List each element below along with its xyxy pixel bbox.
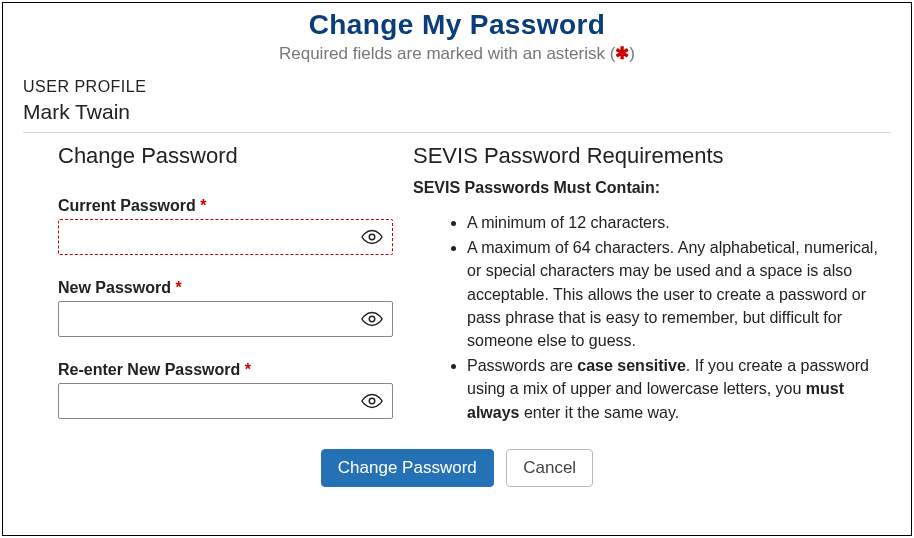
required-marker: * [240,361,251,378]
requirement-item: A maximum of 64 characters. Any alphabet… [467,236,891,352]
current-password-label-text: Current Password [58,197,196,214]
asterisk-icon: ✱ [615,44,629,63]
svg-point-1 [369,316,375,322]
requirements-heading: SEVIS Password Requirements [413,143,891,169]
new-password-label-text: New Password [58,279,171,296]
requirement-item: A minimum of 12 characters. [467,211,891,234]
new-password-label: New Password * [58,279,413,297]
user-profile-label: USER PROFILE [23,78,891,96]
form-column: Change Password Current Password * New P… [23,143,413,443]
req-text: Passwords are [467,357,577,374]
user-profile-name: Mark Twain [23,100,891,124]
requirements-column: SEVIS Password Requirements SEVIS Passwo… [413,143,891,443]
new-password-input[interactable] [58,301,393,337]
required-note-prefix: Required fields are marked with an aster… [279,44,615,63]
current-password-input[interactable] [58,219,393,255]
new-password-field-wrap [58,301,393,337]
change-password-button[interactable]: Change Password [321,449,494,487]
requirements-list: A minimum of 12 characters. A maximum of… [413,211,891,424]
change-password-page: Change My Password Required fields are m… [2,2,912,536]
button-row: Change Password Cancel [23,449,891,487]
eye-icon[interactable] [361,390,383,412]
requirement-item: Passwords are case sensitive. If you cre… [467,354,891,424]
required-marker: * [196,197,207,214]
req-text: enter it the same way. [519,404,679,421]
svg-point-0 [369,234,375,240]
current-password-field-wrap [58,219,393,255]
current-password-label: Current Password * [58,197,413,215]
svg-point-2 [369,398,375,404]
required-marker: * [171,279,182,296]
reenter-password-label: Re-enter New Password * [58,361,413,379]
eye-icon[interactable] [361,226,383,248]
eye-icon[interactable] [361,308,383,330]
content-columns: Change Password Current Password * New P… [23,143,891,443]
req-strong: case sensitive [577,357,686,374]
reenter-password-input[interactable] [58,383,393,419]
page-title: Change My Password [23,9,891,41]
reenter-password-field-wrap [58,383,393,419]
form-heading: Change Password [58,143,413,169]
user-profile-section: USER PROFILE Mark Twain [23,78,891,133]
requirements-subheading: SEVIS Passwords Must Contain: [413,179,891,197]
required-note: Required fields are marked with an aster… [23,43,891,64]
cancel-button[interactable]: Cancel [506,449,593,487]
reenter-password-label-text: Re-enter New Password [58,361,240,378]
required-note-suffix: ) [629,44,635,63]
